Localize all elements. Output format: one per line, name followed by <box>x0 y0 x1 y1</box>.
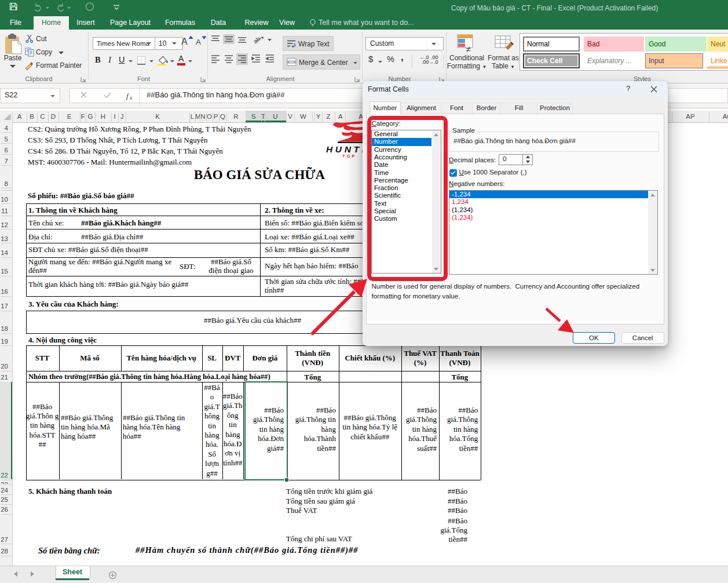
svg-text:HUNTI: HUNTI <box>326 144 363 154</box>
svg-text:TOP: TOP <box>342 154 357 158</box>
